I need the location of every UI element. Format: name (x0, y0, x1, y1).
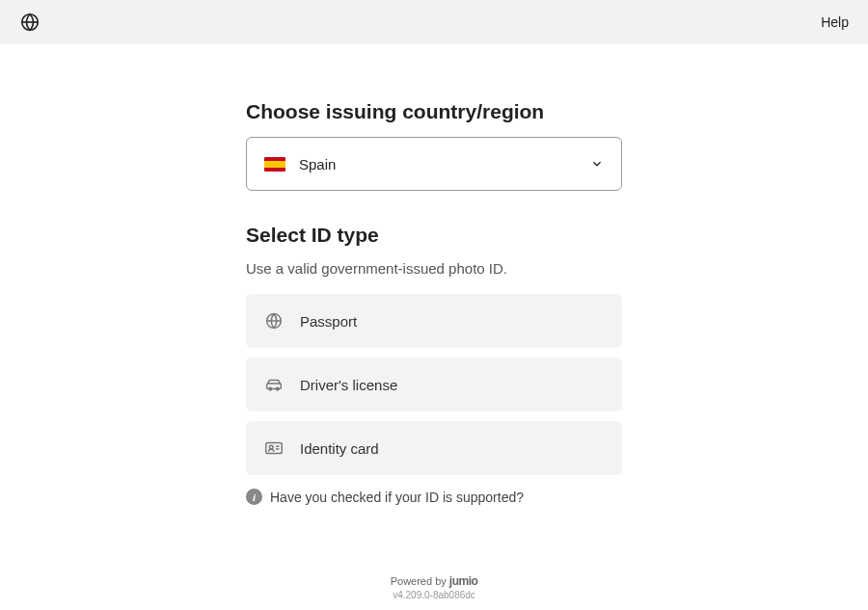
brand-name: jumio (449, 574, 478, 588)
info-icon: i (246, 489, 262, 505)
drivers-license-icon (263, 374, 285, 395)
footer: Powered by jumio v4.209.0-8ab086dc (0, 574, 868, 600)
id-option-label: Driver's license (300, 377, 397, 393)
spain-flag-icon (264, 157, 285, 172)
identity-card-icon (263, 438, 285, 459)
language-button[interactable] (19, 12, 41, 33)
id-option-label: Passport (300, 313, 357, 330)
svg-rect-5 (266, 443, 283, 454)
id-option-passport[interactable]: Passport (246, 294, 622, 348)
passport-icon (263, 310, 285, 332)
help-link[interactable]: Help (821, 14, 849, 30)
svg-point-6 (269, 445, 273, 449)
powered-by: Powered by jumio (0, 574, 868, 588)
header: Help (0, 0, 868, 44)
main-content: Choose issuing country/region Spain Sele… (246, 44, 622, 505)
id-section-subtitle: Use a valid government-issued photo ID. (246, 260, 622, 277)
id-option-drivers-license[interactable]: Driver's license (246, 358, 622, 411)
version-label: v4.209.0-8ab086dc (0, 590, 868, 600)
id-option-identity-card[interactable]: Identity card (246, 421, 622, 475)
id-section-title: Select ID type (246, 224, 622, 247)
id-option-label: Identity card (300, 440, 379, 457)
country-section-title: Choose issuing country/region (246, 100, 622, 123)
chevron-down-icon (590, 157, 604, 171)
supported-id-info-link[interactable]: i Have you checked if your ID is support… (246, 489, 622, 505)
info-text: Have you checked if your ID is supported… (270, 490, 524, 505)
globe-icon (19, 12, 41, 33)
country-select[interactable]: Spain (246, 137, 622, 191)
country-name: Spain (299, 156, 590, 172)
